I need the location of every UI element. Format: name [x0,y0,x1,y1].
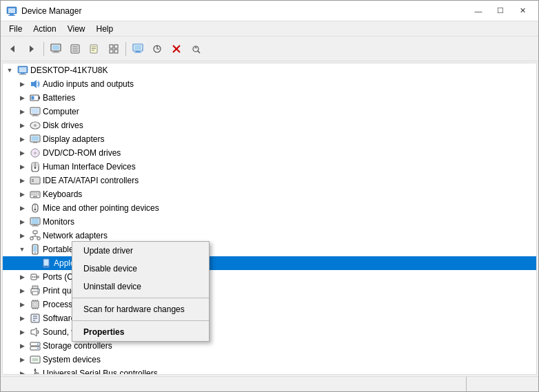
update-driver-item[interactable]: Update driver [72,242,209,260]
scan-changes-item[interactable]: Scan for hardware changes [72,300,209,318]
svg-rect-69 [34,194,35,196]
svg-rect-19 [114,45,118,48]
uninstall-device-item[interactable]: Uninstall device [72,278,209,296]
update-btn[interactable] [148,40,166,58]
back-button[interactable] [3,40,21,58]
toolbar-sep-2 [125,42,126,56]
portable-icon [30,244,41,255]
monitors-expand[interactable]: ▶ [17,216,28,227]
keyboards-label: Keyboards [43,189,82,199]
monitors-item[interactable]: ▶ Monitors [3,215,536,229]
svg-rect-60 [31,178,39,183]
scan-btn[interactable] [187,40,205,58]
mice-item[interactable]: ▶ Mice and other pointing devices [3,201,536,215]
svg-point-48 [34,124,37,127]
display-icon [30,134,41,145]
hid-expand[interactable]: ▶ [17,161,28,172]
batteries-item[interactable]: ▶ Batteries [3,91,536,105]
proc-expand[interactable]: ▶ [17,299,28,310]
properties-btn[interactable] [85,40,103,58]
properties-item[interactable]: Properties [72,323,209,341]
status-bar [1,376,538,391]
portable-expand[interactable]: ▼ [17,244,28,255]
svg-rect-35 [19,68,27,73]
app-icon [6,6,17,17]
forward-button[interactable] [23,40,41,58]
menu-bar: File Action View Help [1,21,538,37]
keyboards-expand[interactable]: ▶ [17,189,28,200]
audio-item[interactable]: ▶ Audio inputs and outputs [3,77,536,91]
device-tree[interactable]: ▼ DESKTOP-41K7U8K ▶ [2,63,537,375]
disable-device-item[interactable]: Disable device [72,260,209,278]
content-area: ▼ DESKTOP-41K7U8K ▶ [1,61,538,376]
svg-rect-23 [134,45,141,50]
network-item[interactable]: ▶ Network adapters [3,229,536,243]
svg-line-84 [32,236,35,237]
title-bar-controls: — ☐ ✕ [468,4,533,18]
system-label: System devices [43,355,101,364]
root-icon [17,65,28,76]
batteries-expand[interactable]: ▶ [17,92,28,103]
ide-item[interactable]: ▶ IDE ATA/ATAPI controllers [3,174,536,187]
apple-ipad-expand[interactable] [28,258,39,269]
ports-expand[interactable]: ▶ [17,271,28,282]
menu-help[interactable]: Help [91,23,119,35]
root-expand[interactable]: ▼ [4,65,15,76]
network-expand[interactable]: ▶ [17,230,28,241]
minimize-button[interactable]: — [468,4,489,18]
title-bar: Device Manager — ☐ ✕ [1,1,538,21]
menu-file[interactable]: File [3,23,28,35]
svg-point-96 [34,276,36,278]
keyboards-item[interactable]: ▶ Keyboards [3,187,536,201]
maximize-button[interactable]: ☐ [490,4,511,18]
usb-icon [30,368,41,375]
hid-item[interactable]: ▶ Human Interface Devices [3,160,536,174]
system-expand[interactable]: ▶ [17,354,28,365]
diskdrives-item[interactable]: ▶ Disk drives [3,118,536,132]
menu-view[interactable]: View [62,23,91,35]
storage-icon [30,340,41,351]
svg-point-91 [45,266,47,267]
grid-view-btn[interactable] [105,40,123,58]
svg-rect-92 [31,274,37,280]
svg-line-31 [198,51,200,53]
dvd-expand[interactable]: ▶ [17,147,28,158]
usb-expand[interactable]: ▶ [17,368,28,375]
printers-expand[interactable]: ▶ [17,285,28,296]
svg-rect-119 [32,358,39,362]
mice-label: Mice and other pointing devices [43,203,159,213]
ide-label: IDE ATA/ATAPI controllers [43,176,139,185]
diskdrives-expand[interactable]: ▶ [17,120,28,131]
toolbar-sep-1 [43,42,44,56]
software-expand[interactable]: ▶ [17,313,28,324]
system-item[interactable]: ▶ System devices [3,353,536,367]
root-item[interactable]: ▼ DESKTOP-41K7U8K [3,63,536,77]
svg-line-85 [35,236,39,237]
svg-rect-8 [54,51,58,52]
mice-expand[interactable]: ▶ [17,203,28,214]
svg-rect-36 [21,73,25,74]
display-item[interactable]: ▶ Display adapters [3,132,536,146]
monitor-btn[interactable] [129,40,147,58]
list-view-btn[interactable] [66,40,84,58]
sound-expand[interactable]: ▶ [17,327,28,338]
computer-item[interactable]: ▶ Computer [3,105,536,118]
ide-expand[interactable]: ▶ [17,175,28,186]
close-button[interactable]: ✕ [512,4,533,18]
remove-btn[interactable] [167,40,185,58]
svg-rect-87 [34,246,37,252]
menu-action[interactable]: Action [28,23,61,35]
computer-icon [30,106,41,117]
storage-expand[interactable]: ▶ [17,340,28,351]
svg-rect-82 [37,237,40,240]
apple-ipad-icon [41,258,52,269]
computer-icon-btn[interactable] [47,40,65,58]
usb-item[interactable]: ▶ Universal Serial Bus controllers [3,367,536,375]
svg-point-54 [34,152,37,154]
batteries-icon [30,92,41,103]
audio-expand[interactable]: ▶ [17,79,28,90]
dvd-item[interactable]: ▶ DVD/CD-ROM drives [3,146,536,160]
svg-rect-67 [38,193,39,194]
display-expand[interactable]: ▶ [17,134,28,145]
computer-expand[interactable]: ▶ [17,106,28,117]
